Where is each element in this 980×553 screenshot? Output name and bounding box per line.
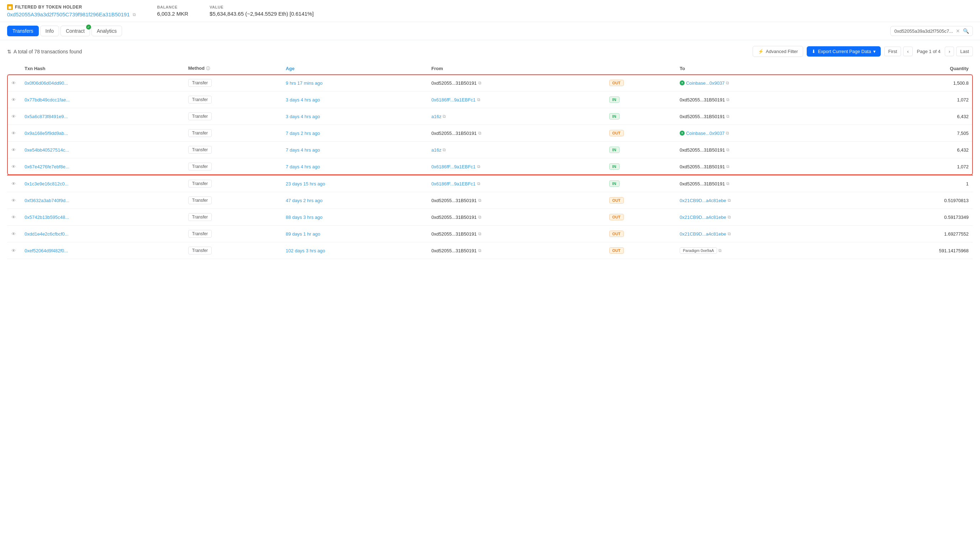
copy-to-icon[interactable]: ⧉ bbox=[728, 231, 731, 236]
copy-from-icon[interactable]: ⧉ bbox=[478, 231, 482, 236]
toolbar-right: ⚡ Advanced Filter ⬇ Export Current Page … bbox=[752, 46, 973, 57]
tx-hash-link[interactable]: 0x9a168e5f9dd9ab... bbox=[25, 130, 68, 136]
tx-hash-link[interactable]: 0x5a6c873f8491e9... bbox=[25, 114, 68, 119]
copy-to-icon[interactable]: ⧉ bbox=[726, 114, 730, 119]
row-eye-icon[interactable]: 👁 bbox=[11, 198, 16, 203]
direction-badge: IN bbox=[609, 146, 619, 153]
quantity-value: 1.69277552 bbox=[857, 226, 973, 242]
to-address-text: 0xd52055...31B50191 bbox=[680, 97, 725, 102]
copy-to-icon[interactable]: ⧉ bbox=[719, 248, 722, 253]
address-search-box[interactable]: 0xd52055a39a3d2f7505c7... ✕ 🔍 bbox=[890, 26, 973, 36]
tab-contract[interactable]: Contract ✓ bbox=[60, 25, 90, 36]
from-address-text: 0xd52055...31B50191 bbox=[431, 198, 476, 203]
copy-address-icon[interactable]: ⧉ bbox=[133, 12, 136, 17]
quantity-value: 1 bbox=[857, 175, 973, 192]
copy-from-icon[interactable]: ⧉ bbox=[478, 198, 482, 203]
age-value: 3 days 4 hrs ago bbox=[286, 97, 320, 102]
to-address-link[interactable]: Coinbase...0x9037 bbox=[686, 80, 724, 86]
copy-from-icon[interactable]: ⧉ bbox=[477, 97, 480, 102]
row-eye-icon[interactable]: 👁 bbox=[11, 181, 16, 186]
copy-from-icon[interactable]: ⧉ bbox=[477, 164, 480, 169]
row-eye-icon[interactable]: 👁 bbox=[11, 147, 16, 153]
copy-from-icon[interactable]: ⧉ bbox=[478, 80, 482, 86]
copy-from-icon[interactable]: ⧉ bbox=[478, 130, 482, 135]
copy-to-icon[interactable]: ⧉ bbox=[728, 215, 731, 219]
col-age[interactable]: Age bbox=[282, 63, 427, 75]
row-eye-icon[interactable]: 👁 bbox=[11, 130, 16, 136]
direction-badge: OUT bbox=[609, 130, 624, 136]
tab-analytics[interactable]: Analytics bbox=[91, 25, 122, 36]
first-page-button[interactable]: First bbox=[884, 47, 901, 56]
copy-from-icon[interactable]: ⧉ bbox=[443, 147, 446, 152]
tx-hash-link[interactable]: 0xdd1e4e2c6cfbcf0... bbox=[25, 231, 69, 237]
to-address-link[interactable]: 0x21CB9D...a4c81ebe bbox=[680, 215, 726, 220]
row-eye-icon[interactable]: 👁 bbox=[11, 164, 16, 169]
tx-hash-link[interactable]: 0x67e4276fe7ebf8e... bbox=[25, 164, 69, 169]
export-button[interactable]: ⬇ Export Current Page Data ▾ bbox=[807, 46, 881, 57]
advanced-filter-button[interactable]: ⚡ Advanced Filter bbox=[752, 46, 803, 57]
close-icon[interactable]: ✕ bbox=[956, 28, 960, 34]
age-value: 23 days 15 hrs ago bbox=[286, 181, 325, 186]
copy-from-icon[interactable]: ⧉ bbox=[443, 114, 446, 119]
from-address-link[interactable]: a16z bbox=[431, 147, 441, 153]
search-icon[interactable]: 🔍 bbox=[963, 28, 969, 34]
tab-transfers[interactable]: Transfers bbox=[7, 25, 39, 36]
page-info: Page 1 of 4 bbox=[915, 49, 943, 54]
tx-hash-link[interactable]: 0x1c3e9e16c812c0... bbox=[25, 181, 69, 186]
col-quantity: Quantity bbox=[857, 63, 973, 75]
row-eye-icon[interactable]: 👁 bbox=[11, 248, 16, 253]
paradigm-badge: Paradigm 0xe9aA bbox=[680, 247, 717, 254]
col-eye bbox=[7, 63, 20, 75]
table-row: 👁0xdd1e4e2c6cfbcf0...Transfer89 days 1 h… bbox=[7, 226, 973, 242]
address-text: 0xd52055A39a3d2f7505C739f981f296Ea31B501… bbox=[7, 11, 130, 17]
copy-to-icon[interactable]: ⧉ bbox=[726, 147, 730, 152]
quantity-value: 1,072 bbox=[857, 158, 973, 175]
tx-hash-link[interactable]: 0xef52064d9f482f0... bbox=[25, 248, 68, 253]
tx-hash-link[interactable]: 0xe54bb40527514c... bbox=[25, 147, 69, 153]
filter-funnel-icon: ⚡ bbox=[758, 49, 764, 54]
tx-hash-link[interactable]: 0xf3632a3ab740f9d... bbox=[25, 198, 69, 203]
from-address-link[interactable]: 0x6186fF...9a1EBFc1 bbox=[431, 164, 476, 169]
coinbase-icon: ♦ bbox=[680, 130, 685, 135]
copy-from-icon[interactable]: ⧉ bbox=[478, 215, 482, 219]
tab-info[interactable]: Info bbox=[40, 25, 59, 36]
next-page-button[interactable]: › bbox=[945, 47, 954, 56]
direction-badge: OUT bbox=[609, 197, 624, 203]
export-chevron-icon: ▾ bbox=[873, 49, 876, 54]
row-eye-icon[interactable]: 👁 bbox=[11, 97, 16, 102]
tx-hash-link[interactable]: 0x0f06d06d04dd90... bbox=[25, 80, 68, 86]
from-address-link[interactable]: 0x6186fF...9a1EBFc1 bbox=[431, 181, 476, 186]
to-address-link[interactable]: 0x21CB9D...a4c81ebe bbox=[680, 198, 726, 203]
from-address-link[interactable]: a16z bbox=[431, 114, 441, 119]
row-eye-icon[interactable]: 👁 bbox=[11, 231, 16, 237]
last-page-button[interactable]: Last bbox=[956, 47, 973, 56]
copy-to-icon[interactable]: ⧉ bbox=[726, 164, 730, 169]
copy-from-icon[interactable]: ⧉ bbox=[478, 248, 482, 253]
coinbase-icon: ♦ bbox=[680, 80, 685, 86]
token-holder-address[interactable]: 0xd52055A39a3d2f7505C739f981f296Ea31B501… bbox=[7, 11, 136, 17]
direction-badge: IN bbox=[609, 163, 619, 170]
verified-icon: ✓ bbox=[86, 25, 91, 30]
to-address-link[interactable]: 0x21CB9D...a4c81ebe bbox=[680, 231, 726, 237]
tx-hash-link[interactable]: 0x5742b13b595c48... bbox=[25, 215, 69, 220]
copy-to-icon[interactable]: ⧉ bbox=[728, 198, 731, 203]
direction-badge: OUT bbox=[609, 247, 624, 254]
prev-page-button[interactable]: ‹ bbox=[903, 47, 912, 56]
row-eye-icon[interactable]: 👁 bbox=[11, 114, 16, 119]
row-eye-icon[interactable]: 👁 bbox=[11, 215, 16, 220]
direction-badge: IN bbox=[609, 180, 619, 187]
search-address-text: 0xd52055a39a3d2f7505c7... bbox=[894, 29, 953, 34]
row-eye-icon[interactable]: 👁 bbox=[11, 80, 16, 86]
copy-to-icon[interactable]: ⧉ bbox=[726, 130, 729, 135]
tx-hash-link[interactable]: 0x77bdb49cdcc1fae... bbox=[25, 97, 70, 102]
copy-to-icon[interactable]: ⧉ bbox=[726, 97, 730, 102]
quantity-value: 7,505 bbox=[857, 125, 973, 141]
copy-from-icon[interactable]: ⧉ bbox=[477, 181, 480, 186]
to-address-link[interactable]: Coinbase...0x9037 bbox=[686, 130, 724, 136]
value-value: $5,634,843.65 (~2,944.5529 Eth) [0.6141%… bbox=[210, 11, 313, 17]
age-value: 88 days 3 hrs ago bbox=[286, 215, 322, 220]
from-address-link[interactable]: 0x6186fF...9a1EBFc1 bbox=[431, 97, 476, 102]
method-badge: Transfer bbox=[188, 163, 212, 170]
copy-to-icon[interactable]: ⧉ bbox=[726, 181, 730, 186]
copy-to-icon[interactable]: ⧉ bbox=[726, 80, 729, 86]
